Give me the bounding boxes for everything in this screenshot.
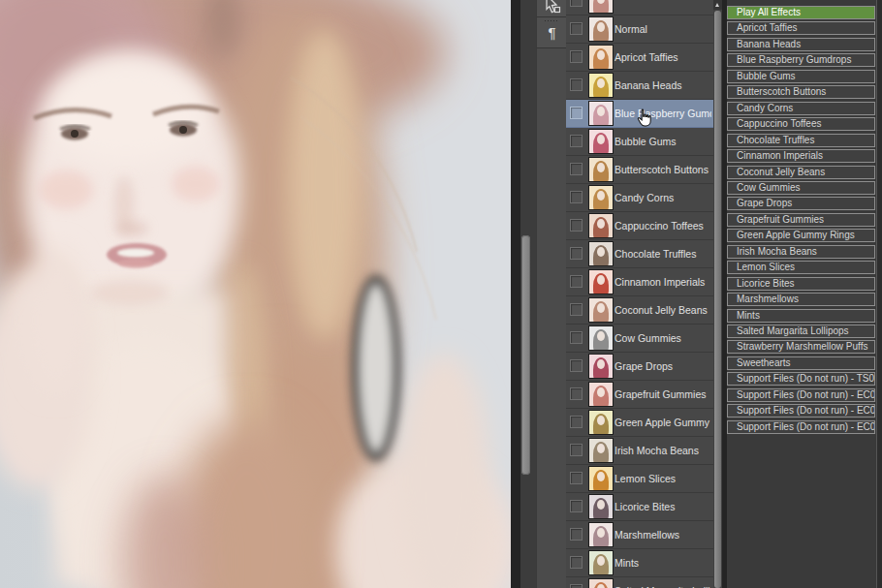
thumbnail-face-shape (597, 275, 605, 285)
effect-action-button[interactable]: Grapefruit Gummies (727, 213, 875, 227)
effect-action-button[interactable]: Cinnamon Imperials (727, 149, 875, 163)
layer-row[interactable]: Bubble Gums (566, 128, 713, 156)
layer-row[interactable]: Blue Raspberry Gumdrops (566, 100, 713, 128)
effect-action-button[interactable]: Strawberry Marshmellow Puffs (727, 340, 875, 354)
layer-visibility-checkbox[interactable] (570, 50, 583, 63)
effect-action-button[interactable]: Chocolate Truffles (727, 134, 875, 147)
layer-visibility-checkbox[interactable] (570, 556, 583, 569)
effect-action-button[interactable]: Bubble Gums (727, 70, 875, 83)
effect-action-button[interactable]: Grape Drops (727, 197, 875, 210)
layer-row[interactable]: Butterscotch Buttons (566, 156, 713, 184)
effect-action-button[interactable]: Lemon Slices (727, 261, 875, 274)
layer-row[interactable]: Salted Margarita Lollipops (566, 577, 713, 588)
effect-action-button[interactable]: Support Files (Do not run) - EC02 (727, 404, 875, 418)
layer-row[interactable]: Coconut Jelly Beans (566, 296, 713, 325)
layer-visibility-checkbox[interactable] (570, 387, 583, 400)
layer-visibility-checkbox[interactable] (570, 331, 583, 344)
tool-button-type[interactable]: ¶ (537, 17, 567, 48)
layer-label: Cappuccino Toffees (614, 212, 711, 240)
thumbnail-face-shape (597, 247, 605, 257)
layer-thumbnail (588, 297, 614, 323)
thumbnail-face-shape (597, 331, 605, 341)
portrait-illustration (0, 0, 511, 588)
layer-thumbnail (588, 438, 614, 463)
layer-visibility-checkbox[interactable] (570, 303, 583, 316)
layer-row[interactable]: Lemon Slices (566, 465, 713, 493)
layer-visibility-checkbox[interactable] (570, 444, 583, 456)
layer-visibility-checkbox[interactable] (570, 0, 583, 7)
layer-row[interactable]: Cow Gummies (566, 325, 713, 353)
thumbnail-face-shape (597, 78, 605, 88)
effect-action-button[interactable]: Support Files (Do not run) - EC03 (727, 420, 875, 434)
layer-row[interactable]: Grape Drops (566, 353, 713, 381)
layer-visibility-checkbox[interactable] (570, 500, 583, 512)
layer-visibility-checkbox[interactable] (570, 78, 583, 91)
effect-action-button[interactable]: Support Files (Do not run) - TS01 (727, 372, 875, 386)
effect-action-button[interactable]: Banana Heads (727, 38, 875, 51)
layer-row[interactable]: Banana Heads (566, 72, 713, 100)
layer-visibility-checkbox[interactable] (570, 359, 583, 372)
effect-action-button[interactable]: Apricot Taffies (727, 21, 875, 35)
layer-label: Salted Margarita Lollipops (614, 577, 711, 588)
layer-visibility-checkbox[interactable] (570, 247, 583, 260)
actions-panel: Play All EffectsApricot TaffiesBanana He… (727, 0, 882, 588)
layers-scrollbar-thumb[interactable] (714, 11, 721, 588)
effect-action-button[interactable]: Candy Corns (727, 102, 875, 115)
effect-action-button[interactable]: Coconut Jelly Beans (727, 166, 875, 179)
effect-action-button[interactable]: Green Apple Gummy Rings (727, 229, 875, 242)
effect-action-button[interactable]: Marshmellows (727, 293, 875, 306)
layer-visibility-checkbox[interactable] (570, 191, 583, 203)
layer-visibility-checkbox[interactable] (570, 22, 583, 35)
layer-visibility-checkbox[interactable] (570, 472, 583, 484)
photo-canvas[interactable] (0, 0, 511, 588)
layer-row[interactable]: Cinnamon Imperials (566, 268, 713, 296)
layer-visibility-checkbox[interactable] (570, 275, 583, 288)
layer-label: Cinnamon Imperials (614, 268, 711, 296)
canvas-scrollbar-thumb[interactable] (521, 235, 530, 475)
effect-action-button[interactable]: Salted Margarita Lollipops (727, 325, 875, 338)
thumbnail-face-shape (597, 163, 605, 172)
scroll-up-arrow[interactable] (713, 0, 722, 10)
layer-visibility-checkbox[interactable] (570, 584, 583, 588)
thumbnail-face-shape (597, 359, 605, 369)
layer-row[interactable] (566, 0, 713, 15)
effect-action-button[interactable]: Irish Mocha Beans (727, 245, 875, 259)
layer-visibility-checkbox[interactable] (570, 135, 583, 147)
layer-row[interactable]: Marshmellows (566, 521, 713, 549)
layer-visibility-checkbox[interactable] (570, 219, 583, 232)
effect-action-button[interactable]: Support Files (Do not run) - EC01 (727, 388, 875, 402)
layer-label: Grape Drops (614, 353, 711, 381)
tool-button-selection[interactable] (537, 0, 567, 17)
effect-action-button[interactable]: Blue Raspberry Gumdrops (727, 53, 875, 67)
layer-row[interactable]: Chocolate Truffles (566, 240, 713, 268)
layer-visibility-checkbox[interactable] (570, 163, 583, 175)
layer-row[interactable]: Irish Mocha Beans (566, 437, 713, 465)
thumbnail-face-shape (597, 584, 605, 588)
layer-row[interactable]: Cappuccino Toffees (566, 212, 713, 240)
thumbnail-face-shape (597, 50, 605, 60)
layers-scrollbar[interactable] (713, 0, 722, 588)
effect-action-button[interactable]: Mints (727, 309, 875, 323)
play-all-effects-button[interactable]: Play All Effects (727, 6, 875, 19)
effect-action-button[interactable]: Cappuccino Toffees (727, 117, 875, 131)
layer-row[interactable]: Licorice Bites (566, 493, 713, 521)
layer-row[interactable]: Normal (566, 15, 713, 44)
effect-action-button[interactable]: Cow Gummies (727, 181, 875, 195)
layer-row[interactable]: Green Apple Gummy Ri... (566, 409, 713, 437)
layer-label: Blue Raspberry Gumdrops (614, 100, 711, 128)
layer-label: Butterscotch Buttons (614, 156, 711, 184)
layer-row[interactable]: Grapefruit Gummies (566, 381, 713, 409)
layer-row[interactable]: Apricot Taffies (566, 44, 713, 72)
layer-row[interactable]: Mints (566, 549, 713, 577)
layer-thumbnail (588, 0, 614, 14)
layer-visibility-checkbox[interactable] (570, 416, 583, 428)
canvas-vertical-scrollbar[interactable] (520, 0, 536, 588)
effect-action-button[interactable]: Butterscotch Buttons (727, 85, 875, 99)
layer-visibility-checkbox[interactable] (570, 528, 583, 541)
layer-row[interactable]: Candy Corns (566, 184, 713, 212)
panel-right-edge (876, 0, 882, 588)
tools-panel: ¶ (536, 0, 567, 588)
effect-action-button[interactable]: Sweethearts (727, 356, 875, 370)
layer-visibility-checkbox[interactable] (570, 107, 583, 119)
effect-action-button[interactable]: Licorice Bites (727, 277, 875, 291)
